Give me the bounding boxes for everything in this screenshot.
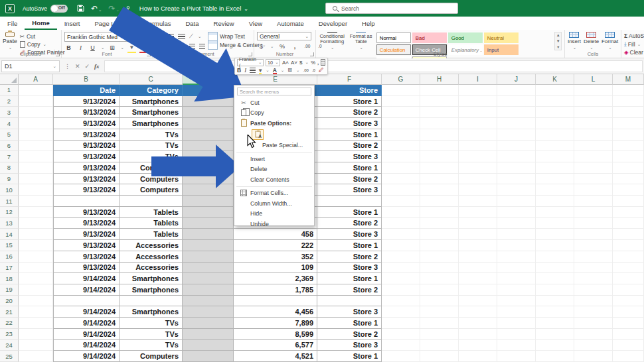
cell-I25[interactable] [459,351,497,362]
cell-M21[interactable] [613,306,644,318]
menu-item-copy[interactable]: Copy [234,108,314,119]
cell-C21[interactable]: Smartphones [120,306,183,318]
cell-L6[interactable] [574,141,613,152]
cell-B1[interactable]: Date [53,85,120,96]
cell-G4[interactable] [382,118,420,129]
cell-B20[interactable] [53,296,120,307]
cell-A19[interactable] [19,284,53,296]
cell-B21[interactable]: 9/14/2024 [53,306,120,318]
cell-M3[interactable] [613,107,644,118]
cell-A2[interactable] [19,96,53,107]
cell-I20[interactable] [459,296,497,307]
cell-I6[interactable] [459,141,497,152]
cell-K6[interactable] [536,141,574,152]
styles-gallery-scroll[interactable]: ▲▼▾ [554,32,562,50]
cell-K22[interactable] [536,318,574,329]
cell-G2[interactable] [382,96,420,107]
cell-H5[interactable] [420,129,459,141]
cell-A18[interactable] [19,273,53,284]
cell-J9[interactable] [497,174,536,185]
cell-L13[interactable] [574,218,613,229]
accounting-format-button[interactable]: $ [257,42,266,50]
cell-M19[interactable] [613,284,644,296]
cell-K24[interactable] [536,340,574,351]
cell-I16[interactable] [459,251,497,263]
cell-I9[interactable] [459,174,497,185]
cell-F17[interactable]: Store 3 [317,263,382,274]
row-header-22[interactable]: 22 [0,318,19,329]
cell-B12[interactable]: 9/13/2024 [53,207,120,218]
cell-I22[interactable] [459,318,497,329]
cell-K25[interactable] [536,351,574,362]
cell-M15[interactable] [613,240,644,251]
menu-item-column-width[interactable]: Column Width... [234,198,314,209]
autosum-button[interactable]: ΣAutoSum [624,32,644,39]
cell-I11[interactable] [459,196,497,207]
cell-K23[interactable] [536,329,574,340]
tab-formulas[interactable]: Formulas [137,17,179,30]
paste-button[interactable]: Paste⌄ [3,32,17,50]
cell-C3[interactable]: Smartphones [120,107,183,118]
cell-J14[interactable] [497,229,536,240]
cell-I19[interactable] [459,284,497,296]
cell-G24[interactable] [382,340,420,351]
row-header-7[interactable]: 7 [0,151,19,162]
row-header-13[interactable]: 13 [0,218,19,229]
cell-A11[interactable] [19,196,53,207]
row-header-23[interactable]: 23 [0,329,19,340]
cell-A17[interactable] [19,263,53,274]
cell-B24[interactable]: 9/14/2024 [53,340,120,351]
cell-J13[interactable] [497,218,536,229]
cell-E23[interactable]: 8,599 [234,329,317,340]
cell-J2[interactable] [497,96,536,107]
autosave-pill[interactable]: Off [50,5,68,13]
cell-H15[interactable] [420,240,459,251]
cell-B14[interactable]: 9/13/2024 [53,229,120,240]
cell-L21[interactable] [574,306,613,318]
cell-I17[interactable] [459,263,497,274]
cell-G6[interactable] [382,141,420,152]
cell-F16[interactable]: Store 2 [317,251,382,263]
cell-D1[interactable] [183,85,234,96]
cell-E19[interactable]: 1,785 [234,284,317,296]
cell-G19[interactable] [382,284,420,296]
cell-D24[interactable] [183,340,234,351]
style-normal[interactable]: Normal [376,32,411,43]
cell-M1[interactable] [613,85,644,96]
cell-M7[interactable] [613,151,644,162]
cell-L14[interactable] [574,229,613,240]
cell-M14[interactable] [613,229,644,240]
cell-H24[interactable] [420,340,459,351]
insert-cells-button[interactable]: Insert⌄ [568,32,581,50]
cell-G20[interactable] [382,296,420,307]
cell-F15[interactable]: Store 1 [317,240,382,251]
cell-D22[interactable] [183,318,234,329]
cell-I4[interactable] [459,118,497,129]
cell-I5[interactable] [459,129,497,141]
cell-J18[interactable] [497,273,536,284]
cell-C2[interactable]: Smartphones [120,96,183,107]
cell-A7[interactable] [19,151,53,162]
mini-fill-color-icon[interactable]: ▾ [259,68,262,74]
mini-align-icon[interactable] [250,68,256,73]
cell-A5[interactable] [19,129,53,141]
format-as-table-button[interactable]: Format as Table⌄ [348,32,373,50]
cell-A15[interactable] [19,240,53,251]
menu-item-cut[interactable]: ✂Cut [234,97,314,108]
increase-indent-icon[interactable] [199,44,205,49]
cell-I15[interactable] [459,240,497,251]
insert-function-icon[interactable]: fx [94,63,100,70]
cell-K5[interactable] [536,129,574,141]
mini-format-painter-icon[interactable]: 🖉 [319,67,324,73]
cell-C6[interactable]: TVs [120,141,183,152]
cell-A13[interactable] [19,218,53,229]
cell-I21[interactable] [459,306,497,318]
cell-M6[interactable] [613,141,644,152]
align-right-icon[interactable] [178,44,185,49]
mini-accounting-icon[interactable]: $ [299,60,302,66]
cell-K12[interactable] [536,207,574,218]
cell-F7[interactable]: Store 3 [317,151,382,162]
comma-style-button[interactable]: , [290,42,299,50]
percent-style-button[interactable]: % [278,42,286,50]
cell-C22[interactable]: TVs [120,318,183,329]
